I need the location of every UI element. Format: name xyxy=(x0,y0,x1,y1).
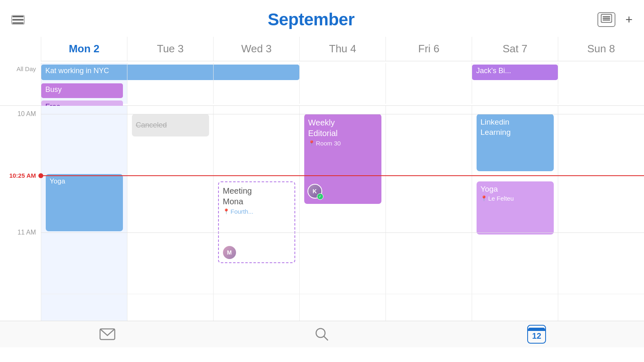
pin-icon-yoga-sat: 📍 xyxy=(481,195,487,201)
search-icon xyxy=(314,327,329,342)
day-col-wed: MeetingMona 📍 Fourth... M xyxy=(213,106,299,321)
day-header-sun[interactable]: Sun 8 xyxy=(558,37,644,61)
tab-mail[interactable] xyxy=(95,325,120,344)
current-time-line xyxy=(41,175,644,176)
calendar-icon: 12 xyxy=(527,325,546,344)
event-location-meeting-mona: 📍 Fourth... xyxy=(223,208,290,215)
time-grid-area: 10 AM 10:25 AM 11 AM 12 PM Yoga xyxy=(0,106,644,321)
event-title-yoga-sat: Yoga xyxy=(481,185,550,194)
allday-col-thu xyxy=(299,63,386,104)
top-right-actions: + xyxy=(597,12,633,27)
event-meeting-mona[interactable]: MeetingMona 📍 Fourth... M xyxy=(218,181,295,263)
day-header-mon[interactable]: Mon 2 xyxy=(41,37,127,61)
event-weekly-editorial[interactable]: WeeklyEditorial 📍 Room 30 K ✓ xyxy=(304,114,381,204)
day-col-fri xyxy=(386,106,472,321)
avatar-check-icon: ✓ xyxy=(317,193,323,200)
day-col-mon: Yoga xyxy=(41,106,127,321)
hour-line-11 xyxy=(41,232,644,233)
month-title: September xyxy=(267,10,354,29)
day-header-tue[interactable]: Tue 3 xyxy=(127,37,213,61)
allday-col-mon: Kat working in NYC Busy Free xyxy=(41,63,127,104)
grid-columns: Yoga Canceled MeetingMona 📍 Fourth... xyxy=(41,106,644,321)
time-gutter: 10 AM 10:25 AM 11 AM 12 PM xyxy=(0,106,41,321)
event-title-editorial: WeeklyEditorial xyxy=(308,117,377,139)
avatar-img: M xyxy=(222,245,237,260)
event-location-editorial: 📍 Room 30 xyxy=(308,140,377,147)
calendar-icon-number: 12 xyxy=(532,331,541,341)
event-location-yoga-sat: 📍 Le Felteu xyxy=(481,195,550,202)
pin-icon-editorial: 📍 xyxy=(308,140,315,146)
event-yoga-mon[interactable]: Yoga xyxy=(46,174,123,231)
allday-label: All Day xyxy=(0,63,41,72)
allday-col-sun xyxy=(558,63,644,104)
day-header-fri[interactable]: Fri 6 xyxy=(386,37,472,61)
top-bar: September + xyxy=(0,0,644,37)
pin-icon: 📍 xyxy=(223,208,230,215)
day-col-sat: LinkedinLearning Yoga 📍 Le Felteu xyxy=(472,106,558,321)
day-col-tue: Canceled xyxy=(127,106,213,321)
allday-col-sat: Jack's Bi... xyxy=(472,63,558,104)
avatar-meeting-mona: M xyxy=(222,245,237,260)
allday-section: All Day Kat working in NYC Busy Free Jac… xyxy=(0,61,644,106)
time-11am: 11 AM xyxy=(18,229,36,236)
allday-event-jacks[interactable]: Jack's Bi... xyxy=(472,65,558,80)
mail-icon xyxy=(99,328,116,340)
day-header-wed[interactable]: Wed 3 xyxy=(213,37,299,61)
allday-col-wed xyxy=(213,63,299,104)
allday-event-busy[interactable]: Busy xyxy=(41,83,123,98)
svg-line-6 xyxy=(324,336,328,340)
allday-col-tue xyxy=(127,63,213,104)
calendar-icon-header xyxy=(528,328,545,331)
hour-line-10 xyxy=(41,114,644,114)
day-col-sun xyxy=(558,106,644,321)
list-view-button[interactable] xyxy=(597,12,615,27)
allday-grid: Kat working in NYC Busy Free Jack's Bi..… xyxy=(41,63,644,104)
tab-calendar[interactable]: 12 xyxy=(524,325,549,344)
allday-col-fri xyxy=(386,63,472,104)
event-canceled[interactable]: Canceled xyxy=(132,114,209,136)
current-time-dot xyxy=(38,173,43,178)
event-yoga-sat[interactable]: Yoga 📍 Le Felteu xyxy=(477,181,554,235)
avatar-editorial-container: K ✓ xyxy=(308,184,322,201)
add-event-button[interactable]: + xyxy=(625,13,633,27)
day-headers: Mon 2 Tue 3 Wed 3 Thu 4 Fri 6 Sat 7 Sun … xyxy=(41,37,644,61)
time-current: 10:25 AM xyxy=(9,172,36,179)
day-header-thu[interactable]: Thu 4 xyxy=(299,37,386,61)
time-10am: 10 AM xyxy=(18,110,36,118)
hamburger-button[interactable] xyxy=(11,15,25,25)
hour-line-half11 xyxy=(41,294,644,294)
svg-point-5 xyxy=(316,328,325,337)
day-col-thu: WeeklyEditorial 📍 Room 30 K ✓ xyxy=(299,106,386,321)
day-header-sat[interactable]: Sat 7 xyxy=(472,37,558,61)
bottom-tab-bar: 12 xyxy=(0,321,644,347)
tab-search[interactable] xyxy=(310,325,334,344)
event-title-meeting-mona: MeetingMona xyxy=(223,185,290,207)
avatar-editorial-wrap: K ✓ xyxy=(308,184,322,199)
event-title-linkedin: LinkedinLearning xyxy=(481,117,550,137)
event-linkedin[interactable]: LinkedinLearning xyxy=(477,114,554,171)
